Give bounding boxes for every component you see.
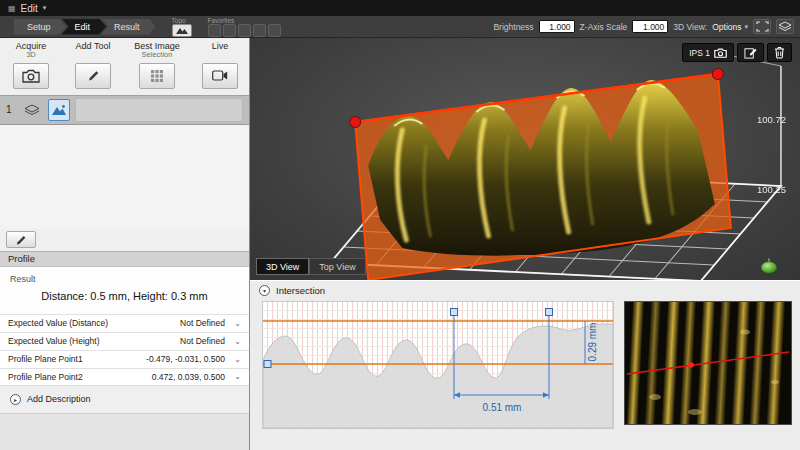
favorite-slot-button[interactable]	[238, 24, 251, 37]
z-axis-scale-label: Z-Axis Scale	[580, 22, 628, 32]
profile-section-header[interactable]: Profile	[0, 251, 249, 267]
3d-scene[interactable]	[250, 38, 800, 280]
view-mode-toggle: 3D View Top View	[256, 258, 366, 275]
property-value: 0.472, 0.039, 0.500	[152, 372, 225, 382]
tab-edit[interactable]: Edit	[62, 19, 107, 35]
intersection-chart[interactable]: 0.51 mm 0.29 mm	[263, 302, 613, 428]
topo-toggle-button[interactable]	[172, 24, 192, 37]
plane-handle-right[interactable]	[712, 69, 723, 80]
plane-handle-left[interactable]	[350, 117, 361, 128]
chevron-down-icon[interactable]: ⌄	[225, 372, 241, 381]
topo-dataset-thumbnail[interactable]	[48, 99, 70, 121]
favorites-group: Favorites	[208, 17, 281, 37]
intersection-header[interactable]: ▾ Intersection	[250, 281, 800, 299]
chart-handle-right[interactable]	[546, 309, 553, 316]
property-label: Profile Plane Point2	[8, 372, 152, 382]
camera-preview[interactable]	[624, 301, 792, 425]
topo-label: Topo	[172, 17, 186, 24]
grid-icon	[150, 69, 164, 83]
view-options-label: Options	[712, 22, 741, 32]
edit-profile-button[interactable]	[6, 231, 36, 248]
property-label: Expected Value (Distance)	[8, 318, 180, 328]
3d-view-label: 3D View:	[673, 22, 707, 32]
caret-down-icon: ▾	[744, 23, 748, 31]
brightness-label: Brightness	[493, 22, 533, 32]
chevron-down-icon[interactable]: ⌄	[225, 355, 241, 364]
acquire-3d-button[interactable]	[13, 63, 49, 89]
workflow-tabs: Setup Edit Result	[14, 19, 156, 35]
property-label: Expected Value (Height)	[8, 336, 180, 346]
expand-arrow-icon[interactable]: ▸	[10, 394, 21, 405]
result-title: Result	[0, 267, 249, 284]
chevron-down-icon[interactable]: ⌄	[225, 337, 241, 346]
layers-icon	[778, 21, 792, 32]
dataset-layers-thumbnail[interactable]	[21, 99, 43, 121]
property-value: Not Defined	[180, 318, 225, 328]
acquire-3d-title: Acquire 3D	[0, 41, 62, 60]
tool-titles-row: Acquire 3D Add Tool Best Image Selection…	[0, 38, 249, 60]
favorite-slot-button[interactable]	[223, 24, 236, 37]
edit-menu[interactable]: Edit	[21, 3, 38, 14]
best-image-subtitle: Selection	[124, 51, 190, 60]
best-image-button[interactable]	[139, 63, 175, 89]
orientation-ball[interactable]	[760, 258, 778, 278]
add-description-row[interactable]: ▸ Add Description	[0, 386, 249, 413]
tool-buttons-row	[0, 60, 249, 95]
result-panel: Result Distance: 0.5 mm, Height: 0.3 mm	[0, 267, 249, 314]
camera-icon	[714, 48, 727, 58]
chart-handle-height[interactable]	[264, 361, 271, 368]
thumbnail-index: 1	[6, 104, 16, 115]
add-tool-button[interactable]	[75, 63, 111, 89]
collapse-toggle-icon[interactable]: ▾	[259, 285, 270, 296]
export-snapshot-button[interactable]	[737, 43, 764, 62]
property-row-plane-point2[interactable]: Profile Plane Point2 0.472, 0.039, 0.500…	[0, 368, 249, 386]
mountain-icon	[175, 25, 189, 35]
favorite-slot-button[interactable]	[253, 24, 266, 37]
3d-viewport[interactable]: IPS 1 100.72 100.25 3D View Top View	[250, 38, 800, 280]
edit-profile-row	[0, 229, 249, 251]
main-toolbar: Setup Edit Result Topo Favorites Br	[0, 16, 800, 38]
favorites-label: Favorites	[208, 17, 235, 24]
property-row-expected-distance[interactable]: Expected Value (Distance) Not Defined ⌄	[0, 314, 249, 332]
pencil-icon	[87, 69, 100, 82]
brightness-input[interactable]: 1.000	[539, 20, 575, 33]
measurement-thumbnail-strip: 1	[0, 95, 249, 125]
layers-icon	[24, 104, 40, 116]
acquire-3d-subtitle: 3D	[0, 51, 62, 60]
ips-camera-button[interactable]: IPS 1	[682, 43, 734, 62]
caret-down-icon: ▾	[43, 4, 47, 12]
left-panel-filler	[0, 413, 249, 450]
mountain-icon	[51, 104, 67, 116]
menubar: ▦ Edit ▾	[0, 0, 800, 16]
fit-screen-button[interactable]	[753, 19, 771, 34]
property-label: Profile Plane Point1	[8, 354, 146, 364]
viewport-toolbar: IPS 1	[682, 43, 792, 62]
intersection-panel: ▾ Intersection	[250, 280, 800, 450]
application-window: ▦ Edit ▾ Setup Edit Result Topo Favorite…	[0, 0, 800, 450]
layers-view-button[interactable]	[776, 19, 794, 34]
property-value: -0.479, -0.031, 0.500	[146, 354, 225, 364]
ips-label: IPS 1	[689, 48, 710, 58]
top-view-button[interactable]: Top View	[309, 258, 365, 275]
add-tool-title: Add Tool	[62, 41, 124, 60]
favorite-slot-button[interactable]	[268, 24, 281, 37]
view-options-dropdown[interactable]: Options ▾	[712, 22, 748, 32]
tab-setup[interactable]: Setup	[14, 19, 67, 35]
chart-handle-left[interactable]	[451, 309, 458, 316]
3d-view-button[interactable]: 3D View	[256, 258, 309, 275]
camera-icon	[22, 69, 40, 83]
profile-section-title: Profile	[8, 253, 35, 264]
property-row-expected-height[interactable]: Expected Value (Height) Not Defined ⌄	[0, 332, 249, 350]
profile-point-marker	[688, 362, 694, 368]
tab-result[interactable]: Result	[101, 19, 156, 35]
delete-button[interactable]	[767, 43, 792, 62]
app-menu-grid-icon[interactable]: ▦	[8, 4, 16, 13]
pencil-icon	[15, 234, 27, 246]
favorite-slot-button[interactable]	[208, 24, 221, 37]
add-description-label: Add Description	[27, 394, 91, 404]
live-button[interactable]	[202, 63, 238, 89]
chevron-down-icon[interactable]: ⌄	[225, 319, 241, 328]
z-axis-scale-input[interactable]: 1.000	[632, 20, 668, 33]
left-panel: Acquire 3D Add Tool Best Image Selection…	[0, 38, 250, 450]
property-row-plane-point1[interactable]: Profile Plane Point1 -0.479, -0.031, 0.5…	[0, 350, 249, 368]
